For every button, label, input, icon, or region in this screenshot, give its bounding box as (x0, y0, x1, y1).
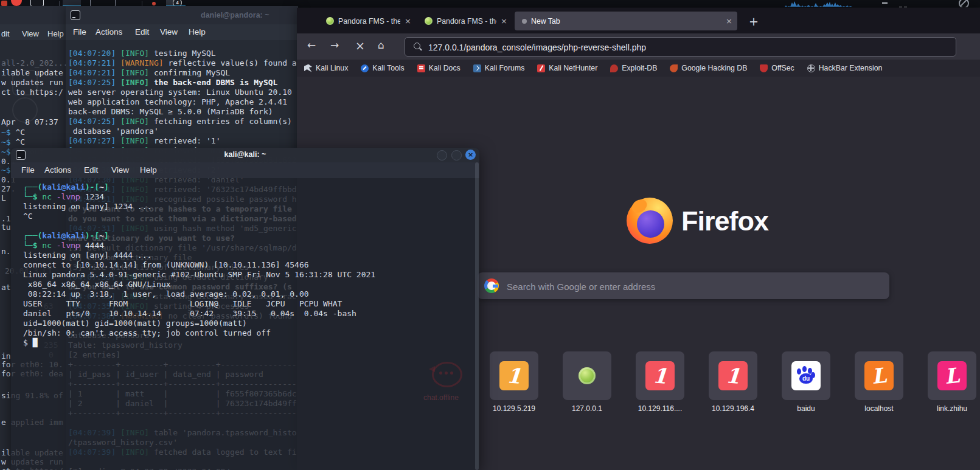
desktop: 4 ditViewHelpall-2.0_202...ilable update… (0, 0, 980, 470)
terminal-text-segment: tu (1, 223, 11, 232)
terminal-line: [04:07:21] [WARNING] reflective value(s)… (68, 58, 298, 68)
bookmark-google-hacking-db[interactable]: Google Hacking DB (670, 64, 747, 72)
tab-new-tab[interactable]: New Tab × (515, 12, 737, 30)
terminal-text-segment: listening on [any] 4444 ... (23, 251, 151, 260)
terminal-text-segment: 08:22:14 up 3:18, 1 user, load average: … (23, 289, 309, 299)
shortcut-tile-5[interactable]: du (782, 351, 830, 400)
shortcut-tile-3[interactable]: 1 (636, 351, 684, 400)
terminal-text-segment: Apr 8 07:37 (1, 117, 58, 126)
terminal-text-segment: .1 (1, 214, 11, 223)
bookmark-kali-nethunter[interactable]: Kali NetHunter (537, 64, 597, 72)
terminal-line: daniel pts/0 10.10.14.14 07:42 39:15 0.0… (23, 309, 356, 319)
terminal-line: [04:07:25] [INFO] fetching entries of co… (68, 117, 298, 126)
tab-close-icon[interactable]: × (726, 16, 732, 26)
terminal-text-segment: ] (104, 182, 109, 192)
panel-app-icon[interactable] (1, 1, 7, 6)
terminal-text-segment: [04:07:25] (68, 78, 120, 87)
terminal-content: ┌──(kali@kali)-[~]└─$ nc -lvnp 1234liste… (11, 148, 479, 470)
offsec-icon (760, 64, 768, 72)
tab-bar: Pandora FMS - the Flexibl × Pandora FMS … (297, 8, 980, 33)
kali-docs-icon (417, 64, 425, 72)
terminal-text-segment: retrieved: '1' (154, 136, 221, 145)
terminal-text-segment: [04:07:25] (68, 117, 120, 126)
terminal-text-segment: confirming MySQL (154, 68, 230, 77)
tab-close-icon[interactable]: × (501, 16, 507, 26)
navigation-toolbar: ← → × ⌂ (297, 33, 980, 60)
terminal-text-segment: ~ (99, 231, 104, 240)
newtab-search-bar[interactable] (478, 272, 889, 299)
terminal-line: at (1, 283, 11, 292)
pandora-icon (579, 367, 596, 384)
bookmark-kali-linux[interactable]: Kali Linux (304, 64, 348, 72)
terminal-window-kali[interactable]: chat.offline kali@kali: ~ × File Actions… (11, 148, 479, 470)
panel-status-icon[interactable] (959, 0, 969, 7)
terminal-text-segment: █ (33, 338, 38, 347)
terminal-line: ilable update (1, 68, 63, 78)
shortcut-tile-4[interactable]: 1 (709, 351, 757, 400)
bookmark-exploit-db[interactable]: Exploit-DB (610, 64, 657, 72)
bookmark-kali-tools[interactable]: Kali Tools (361, 64, 404, 72)
terminal-line: all-2.0_202... (1, 58, 67, 68)
shortcut-tile-6[interactable]: L (855, 351, 903, 400)
terminal-text-segment: )-[ (85, 231, 99, 240)
terminal-text-segment: connect to [10.10.14.14] from (UNKNOWN) … (23, 260, 309, 269)
url-input[interactable] (427, 38, 947, 57)
terminal-text-segment: listening on [any] 1234 ... (23, 202, 151, 211)
back-icon[interactable]: ← (307, 39, 316, 51)
panel-minimize-icon[interactable] (882, 2, 888, 4)
bookmark-hackbar[interactable]: HackBar Extension (807, 64, 883, 72)
terminal-line: └─$ nc -lvnp 4444 (23, 241, 104, 251)
terminal-line: [04:07:20] [INFO] testing MySQL (68, 49, 216, 58)
tab-pandora-2[interactable]: Pandora FMS - the Flexibl × (420, 12, 512, 30)
terminal-text-segment: [INFO] (120, 136, 154, 145)
terminal-text-segment: w updates run (1, 78, 63, 87)
shortcut-tile-1[interactable]: 1 (490, 351, 538, 400)
bookmarks-toolbar: Kali Linux Kali Tools Kali Docs Kali For… (297, 60, 980, 77)
stop-icon[interactable]: × (355, 39, 365, 52)
terminal-text-segment: in (1, 351, 11, 361)
tab-title: Pandora FMS - the Flexibl (437, 17, 496, 26)
terminal-text-segment: [04:07:21] (68, 58, 120, 67)
terminal-line: ┌──(kali@kali)-[~] (23, 182, 109, 192)
search-input[interactable] (506, 272, 879, 300)
terminal-text-segment: all-2.0_202... (1, 58, 67, 67)
kali-dragon-icon (304, 64, 312, 72)
terminal-text-segment: Linux pandora 5.4.0-91-generic #102-Ubun… (23, 270, 375, 279)
tab-close-icon[interactable]: × (405, 16, 411, 26)
terminal-text-segment: ~$ (1, 147, 11, 156)
tab-pandora-1[interactable]: Pandora FMS - the Flexibl × (321, 12, 416, 30)
kali-forums-icon (473, 64, 481, 72)
terminal-text-segment: ~ (99, 182, 104, 192)
terminal-text-segment: ~$ (1, 165, 11, 175)
new-tab-button[interactable]: + (747, 15, 760, 28)
bookmark-kali-forums[interactable]: Kali Forums (473, 64, 525, 72)
terminal-line: x86_64 x86_64 x86_64 GNU/Linux (23, 280, 171, 289)
ghdb-bird-icon (670, 64, 678, 72)
terminal-line: L (1, 193, 6, 203)
tile-glyph: L (871, 363, 888, 389)
bookmark-kali-docs[interactable]: Kali Docs (417, 64, 460, 72)
forward-icon[interactable]: → (330, 39, 339, 51)
terminal-text-segment: ilable update (1, 68, 63, 77)
scrollbar[interactable] (475, 162, 479, 470)
shortcut-tile-7[interactable]: L (928, 351, 976, 400)
terminal-text-segment: [04:07:20] (68, 49, 120, 58)
terminal-text-segment: 1234 (80, 192, 104, 201)
shortcut-label: baidu (770, 404, 843, 413)
terminal-line: ~$ (1, 165, 11, 175)
network-graph-icon (785, 0, 876, 7)
google-g-icon (484, 278, 499, 293)
bookmark-offsec[interactable]: OffSec (760, 64, 794, 72)
shortcut-tile-2[interactable] (563, 351, 611, 400)
panel-grid-icon[interactable] (899, 1, 912, 5)
terminal-line: [04:07:27] [INFO] retrieved: '1' (68, 136, 220, 146)
home-icon[interactable]: ⌂ (378, 39, 384, 51)
tab-title: Pandora FMS - the Flexibl (338, 17, 400, 26)
terminal-line: [04:07:21] [INFO] confirming MySQL (68, 68, 230, 78)
url-bar[interactable] (405, 37, 956, 57)
terminal-text-segment: [INFO] (120, 78, 154, 87)
terminal-text-segment: ┌──( (23, 182, 42, 192)
terminal-text-segment: )-[ (85, 182, 99, 192)
panel-app-icon-red-circle[interactable] (11, 0, 22, 6)
terminal-line: uid=1000(matt) gid=1000(matt) groups=100… (23, 319, 247, 328)
